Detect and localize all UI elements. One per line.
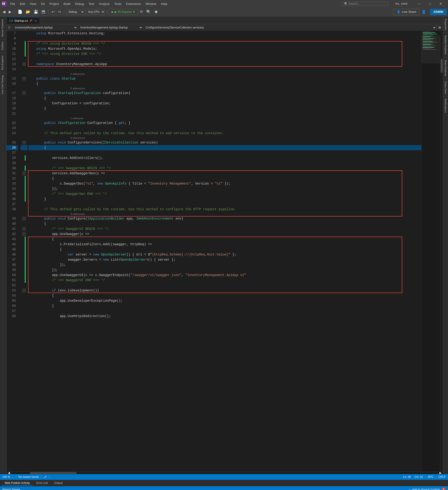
line-num-ref: [7, 72, 18, 76]
nav-icon: ☰: [7, 26, 12, 29]
debug-mode-dropdown[interactable]: Debug Release: [66, 9, 84, 15]
open-button[interactable]: 📂: [25, 9, 32, 15]
hscroll-left[interactable]: ◀: [7, 472, 11, 474]
save-button[interactable]: 💾: [32, 9, 39, 15]
collapse-25[interactable]: −: [22, 141, 26, 144]
menu-debug[interactable]: Debug: [73, 2, 86, 6]
maximize-button[interactable]: □: [425, 0, 435, 8]
sidebar-item-team-explorer[interactable]: Team Explorer: [443, 57, 448, 79]
reload-button[interactable]: ⟳: [139, 9, 144, 15]
hscroll-right[interactable]: ▶: [438, 472, 443, 474]
run-button[interactable]: ▶ ▶ IIS Express ▼: [109, 9, 138, 15]
tab-error-list[interactable]: Error List: [34, 481, 51, 486]
collapse-17[interactable]: −: [22, 91, 26, 95]
gutter-ref4: [20, 136, 27, 140]
code-line-18: {: [28, 96, 422, 101]
position-ch: Ch: 10: [415, 475, 423, 479]
menu-extensions[interactable]: Extensions: [124, 2, 143, 6]
menu-analyze[interactable]: Analyze: [97, 2, 111, 6]
gutter-55: [20, 298, 27, 303]
code-ref-0c: 0 references: [28, 212, 422, 216]
collapse-13[interactable]: −: [22, 62, 26, 66]
git-status: ⎇: [44, 475, 47, 479]
source-control-label[interactable]: Add to Source Control: [412, 488, 439, 490]
close-button[interactable]: ✕: [435, 0, 446, 8]
sidebar-item-notifications[interactable]: Notifications: [443, 96, 448, 115]
code-line-33: c.SwaggerDoc("v1", new OpenApiInfo { Tit…: [28, 181, 422, 186]
back-button[interactable]: ◀: [1, 9, 7, 15]
collapse-31[interactable]: −: [22, 172, 26, 175]
bottom-tabs: Web Publish Activity Error List Output: [0, 480, 448, 486]
minimap: [422, 31, 440, 471]
sidebar-item-live-unit-testing[interactable]: Live Unit Testing: [0, 73, 6, 96]
menu-file[interactable]: File: [9, 2, 17, 6]
method-nav-dropdown[interactable]: ConfigureServices(IServiceCollection ser…: [143, 24, 436, 31]
sidebar-item-properties[interactable]: Properties: [443, 16, 448, 33]
toolbar-settings-button[interactable]: [153, 9, 159, 15]
line-num-40: 40: [7, 221, 18, 226]
file-nav-dropdown[interactable]: InventoryManagement.ApiApp.Startup: [78, 24, 143, 31]
tab-web-publish-activity[interactable]: Web Publish Activity: [2, 481, 33, 486]
sidebar-item-solution-explorer[interactable]: Solution Explorer: [443, 33, 448, 57]
search-box[interactable]: 🔍 Search...: [342, 1, 389, 6]
vertical-scrollbar[interactable]: [440, 31, 443, 471]
gutter-52: [20, 283, 27, 288]
gutter-42: −: [20, 231, 27, 236]
gutter-9: [20, 41, 27, 46]
gutter-39: −: [20, 216, 27, 221]
sidebar-item-toolbox[interactable]: Toolbox: [0, 39, 6, 53]
gutter-11: [20, 51, 27, 56]
menu-build[interactable]: Build: [61, 2, 72, 6]
code-line-16: {: [28, 81, 422, 86]
undo-button[interactable]: ↩: [50, 9, 56, 15]
minimize-button[interactable]: ─: [414, 0, 425, 8]
code-line-51: /* === SwaggerUI END === */: [28, 278, 422, 283]
menu-git[interactable]: Git: [39, 2, 47, 6]
gutter-13: −: [20, 61, 27, 67]
sidebar-item-class-view[interactable]: Class View: [443, 79, 448, 96]
menu-window[interactable]: Window: [144, 2, 158, 6]
collapse-53[interactable]: −: [22, 289, 26, 292]
toolbar: ◀ ▶ 📄 📂 💾 ↩ ↪ Debug Release Any CPU x64 …: [0, 8, 448, 16]
platform-dropdown[interactable]: Any CPU x64: [85, 9, 105, 15]
project-nav-dropdown[interactable]: InventoryManagement.ApiApp: [12, 24, 78, 31]
forward-button[interactable]: ▶: [8, 9, 13, 15]
sidebar-item-test-explorer[interactable]: Test Explorer: [0, 53, 6, 73]
menu-help[interactable]: Help: [159, 2, 169, 6]
gutter-24: [20, 131, 27, 136]
line-num-33: 33: [7, 181, 18, 186]
collapse-39[interactable]: −: [22, 217, 26, 220]
admin-button[interactable]: ADMIN: [430, 9, 447, 15]
hscroll-thumb[interactable]: [30, 472, 77, 474]
line-num-50: 50: [7, 272, 18, 278]
code-line-56: }: [28, 303, 422, 308]
tab-output[interactable]: Output: [52, 481, 66, 486]
code-line-47: swagger.Servers = new List<OpenApiServer…: [28, 257, 422, 262]
save-all-button[interactable]: [40, 9, 46, 15]
tab-startup-cs[interactable]: C# Startup.cs 📌 ✕: [7, 17, 40, 24]
account-button[interactable]: 👤: [420, 9, 427, 15]
collapse-42[interactable]: −: [22, 232, 26, 236]
tab-close-button[interactable]: ✕: [35, 19, 37, 22]
sidebar-item-server-explorer[interactable]: Server Explorer: [0, 16, 6, 39]
nav-split-button[interactable]: ⊞: [436, 24, 443, 31]
horizontal-scrollbar[interactable]: ◀ ▶: [7, 471, 443, 474]
menu-view[interactable]: View: [28, 2, 38, 6]
zoom-level: 100 %: [2, 475, 10, 479]
collapse-15[interactable]: −: [22, 77, 26, 80]
code-line-10: using Microsoft.OpenApi.Models;: [28, 46, 422, 51]
scroll-thumb[interactable]: [441, 59, 443, 73]
collapse-41[interactable]: −: [22, 227, 26, 230]
menu-edit[interactable]: Edit: [18, 2, 27, 6]
menu-tools[interactable]: Tools: [113, 2, 123, 6]
code-content[interactable]: using Microsoft.Extensions.Hosting; /* =…: [27, 31, 422, 471]
menu-test[interactable]: Test: [87, 2, 96, 6]
code-line-48: });: [28, 262, 422, 267]
toolbar-search-button[interactable]: 🔍: [145, 9, 152, 15]
status-sep-4: [425, 475, 425, 479]
gutter-45: [20, 247, 27, 252]
menu-project[interactable]: Project: [48, 2, 61, 6]
redo-button[interactable]: ↪: [57, 9, 62, 15]
new-file-button[interactable]: 📄: [17, 9, 24, 15]
live-share-button[interactable]: 👤 Live Share: [394, 9, 419, 15]
